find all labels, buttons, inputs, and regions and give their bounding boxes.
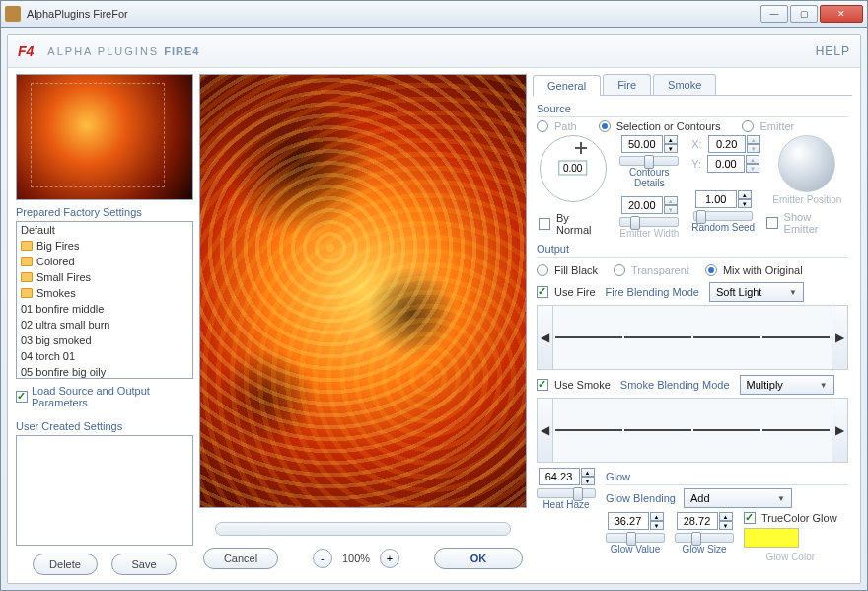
glow-value-input[interactable]	[608, 512, 649, 530]
preset-item[interactable]: Small Fires	[17, 269, 192, 285]
zoom-out-button[interactable]: -	[313, 549, 332, 568]
heat-haze-slider[interactable]	[537, 488, 596, 498]
spin-up-icon[interactable]: ▲	[650, 512, 664, 521]
glow-value-slider[interactable]	[606, 533, 665, 543]
use-fire-checkbox[interactable]: Use Fire	[537, 286, 596, 298]
smoke-preset-thumb[interactable]	[624, 429, 691, 431]
fire-strip-prev-button[interactable]: ◀	[538, 306, 553, 369]
glow-color-label: Glow Color	[744, 552, 837, 562]
fire-preset-thumb[interactable]	[555, 336, 622, 338]
glow-blend-label: Glow Blending	[606, 492, 676, 504]
preview-thumbnail[interactable]	[16, 74, 193, 200]
contours-details-slider[interactable]	[619, 156, 679, 166]
fire-preset-thumb[interactable]	[762, 336, 830, 338]
angle-dial[interactable]: 0.00	[540, 135, 607, 202]
preset-item[interactable]: 04 torch 01	[17, 348, 192, 364]
random-seed-spinner[interactable]: ▲▼	[695, 190, 752, 208]
smoke-strip-prev-button[interactable]: ◀	[538, 399, 553, 462]
window-close-button[interactable]: ✕	[820, 5, 863, 23]
fire-strip-next-button[interactable]: ▶	[832, 306, 847, 369]
cancel-button[interactable]: Cancel	[203, 548, 278, 569]
random-seed-input[interactable]	[695, 190, 737, 208]
radio-icon	[742, 120, 754, 132]
ok-button[interactable]: OK	[434, 548, 523, 569]
preset-item[interactable]: Smokes	[17, 285, 192, 301]
preset-item[interactable]: Big Fires	[17, 238, 192, 254]
preset-item-label: Default	[21, 224, 55, 236]
glow-size-spinner[interactable]: ▲▼	[677, 512, 733, 530]
crosshair-icon	[575, 142, 587, 154]
window-minimize-button[interactable]: —	[760, 5, 788, 23]
fire-preset-thumb[interactable]	[624, 336, 691, 338]
folder-icon	[21, 241, 33, 251]
chevron-down-icon: ▼	[777, 494, 785, 503]
spin-down-icon[interactable]: ▼	[719, 521, 733, 530]
contours-details-spinner[interactable]: ▲▼	[621, 135, 678, 153]
mix-original-radio[interactable]: Mix with Original	[705, 264, 803, 276]
spin-up-icon[interactable]: ▲	[719, 512, 733, 521]
emitter-position-label: Emitter Position	[772, 194, 841, 205]
app-icon	[5, 6, 21, 22]
load-params-checkbox[interactable]: Load Source and Output Parameters	[16, 385, 193, 408]
smoke-preset-thumb[interactable]	[762, 429, 830, 431]
spin-down-icon[interactable]: ▼	[650, 521, 664, 530]
tab-fire[interactable]: Fire	[603, 74, 651, 95]
smoke-preset-thumb[interactable]	[555, 429, 622, 431]
by-normal-checkbox[interactable]: By Normal	[539, 212, 607, 236]
preset-item[interactable]: Default	[17, 222, 192, 238]
transparent-radio[interactable]: Transparent	[614, 264, 689, 276]
spin-up-icon[interactable]: ▲	[581, 468, 595, 477]
fill-black-radio[interactable]: Fill Black	[537, 264, 598, 276]
brand-text: ALPHA PLUGINS FIRE4	[47, 43, 199, 58]
glow-size-slider[interactable]	[675, 533, 734, 543]
spin-up-icon[interactable]: ▲	[664, 135, 678, 144]
glow-value-spinner[interactable]: ▲▼	[608, 512, 664, 530]
glow-blend-combo[interactable]: Add▼	[684, 488, 792, 508]
preset-item[interactable]: Colored	[17, 254, 192, 269]
preset-item-label: Small Fires	[36, 271, 91, 283]
main-preview[interactable]	[199, 74, 527, 508]
smoke-strip-next-button[interactable]: ▶	[832, 399, 847, 462]
source-emitter-radio[interactable]: Emitter	[742, 120, 794, 132]
use-smoke-checkbox[interactable]: Use Smoke	[537, 379, 611, 391]
preview-scrollbar[interactable]	[215, 522, 511, 536]
chevron-down-icon: ▼	[820, 381, 828, 390]
preset-item[interactable]: 02 ultra small burn	[17, 317, 192, 332]
angle-value[interactable]: 0.00	[558, 160, 587, 175]
glow-size-input[interactable]	[677, 512, 718, 530]
glow-color-swatch[interactable]	[744, 528, 799, 548]
fire-blend-combo[interactable]: Soft Light▼	[709, 282, 804, 302]
random-seed-slider[interactable]	[693, 211, 753, 221]
user-settings-listbox[interactable]	[16, 435, 193, 546]
preset-item[interactable]: 05 bonfire big oily	[17, 364, 192, 379]
window-maximize-button[interactable]: ▢	[790, 5, 818, 23]
truecolor-glow-checkbox[interactable]: TrueColor Glow	[744, 512, 837, 524]
fire-preset-thumb[interactable]	[693, 336, 760, 338]
spin-up-icon[interactable]: ▲	[738, 190, 752, 199]
tab-general[interactable]: General	[533, 75, 601, 96]
radio-icon	[599, 120, 611, 132]
contours-details-label: Contours Details	[613, 167, 686, 188]
source-selection-radio[interactable]: Selection or Contours	[599, 120, 721, 132]
save-button[interactable]: Save	[111, 554, 177, 575]
glow-group-label: Glow	[606, 471, 848, 482]
delete-button[interactable]: Delete	[33, 554, 98, 575]
spin-down-icon[interactable]: ▼	[581, 477, 595, 485]
source-path-radio[interactable]: Path	[537, 120, 577, 132]
presets-listbox[interactable]: DefaultBig FiresColoredSmall FiresSmokes…	[16, 221, 193, 379]
preset-item[interactable]: 01 bonfire middle	[17, 301, 192, 317]
zoom-in-button[interactable]: +	[380, 549, 399, 568]
help-link[interactable]: HELP	[816, 44, 850, 58]
emitter-position-sphere	[778, 135, 835, 192]
spin-down-icon[interactable]: ▼	[738, 199, 752, 208]
checkbox-icon	[537, 286, 548, 298]
smoke-blend-combo[interactable]: Multiply▼	[740, 375, 834, 395]
tab-smoke[interactable]: Smoke	[653, 74, 716, 95]
spin-down-icon[interactable]: ▼	[664, 144, 678, 153]
preset-item[interactable]: 03 big smoked	[17, 332, 192, 348]
smoke-preset-thumb[interactable]	[693, 429, 760, 431]
heat-haze-input[interactable]	[539, 468, 580, 485]
heat-haze-spinner[interactable]: ▲▼	[539, 468, 595, 485]
preset-item-label: 03 big smoked	[21, 334, 92, 346]
contours-details-input[interactable]	[621, 135, 663, 153]
